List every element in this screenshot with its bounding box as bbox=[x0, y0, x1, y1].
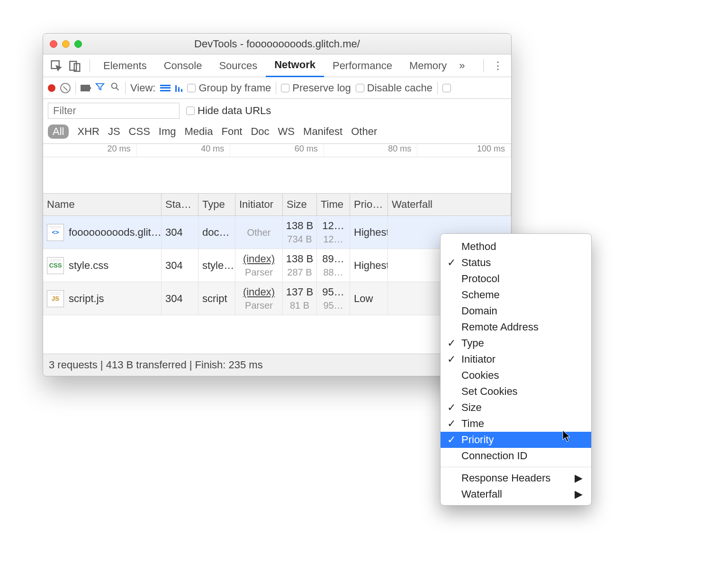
timeline-marks: 20 ms 40 ms 60 ms 80 ms 100 ms bbox=[43, 144, 511, 157]
devtools-tabs: Elements Console Sources Network Perform… bbox=[43, 54, 511, 77]
check-icon: ✓ bbox=[447, 353, 456, 365]
menu-item-size[interactable]: ✓Size bbox=[441, 400, 591, 416]
separator bbox=[125, 82, 126, 94]
cell-name: CSSstyle.css bbox=[43, 249, 162, 282]
cell-status: 304 bbox=[162, 282, 198, 315]
col-status[interactable]: Status bbox=[162, 194, 198, 216]
check-icon: ✓ bbox=[447, 337, 456, 349]
col-name[interactable]: Name bbox=[43, 194, 162, 216]
mouse-cursor-icon bbox=[561, 429, 572, 445]
menu-item-scheme[interactable]: Scheme bbox=[441, 287, 591, 303]
cell-type: doc… bbox=[198, 216, 235, 249]
separator bbox=[437, 82, 438, 94]
check-icon: ✓ bbox=[447, 401, 456, 414]
menu-item-type[interactable]: ✓Type bbox=[441, 335, 591, 351]
record-button[interactable] bbox=[48, 84, 55, 92]
device-toolbar-icon[interactable] bbox=[69, 59, 82, 72]
filter-icon[interactable] bbox=[95, 81, 105, 95]
menu-item-initiator[interactable]: ✓Initiator bbox=[441, 351, 591, 367]
timeline-overview[interactable]: 20 ms 40 ms 60 ms 80 ms 100 ms bbox=[43, 143, 511, 194]
col-initiator[interactable]: Initiator bbox=[235, 194, 283, 216]
cell-size: 138 B734 B bbox=[283, 216, 317, 249]
menu-item-set-cookies[interactable]: Set Cookies bbox=[441, 383, 591, 400]
filter-other[interactable]: Other bbox=[351, 125, 377, 138]
menu-item-method[interactable]: Method bbox=[441, 239, 591, 255]
col-priority[interactable]: Priority bbox=[350, 194, 388, 216]
search-icon[interactable] bbox=[110, 81, 120, 95]
check-icon: ✓ bbox=[447, 257, 456, 269]
cell-initiator: Other bbox=[235, 216, 283, 249]
cell-time: 12…12… bbox=[317, 216, 350, 249]
inspect-element-icon[interactable] bbox=[50, 59, 63, 72]
tab-sources[interactable]: Sources bbox=[210, 54, 266, 77]
network-toolbar: View: Group by frame Preserve log Disabl… bbox=[43, 77, 511, 99]
svg-rect-1 bbox=[70, 61, 76, 70]
filter-css[interactable]: CSS bbox=[129, 125, 150, 138]
waterfall-view-icon[interactable] bbox=[175, 84, 182, 92]
separator bbox=[90, 59, 90, 72]
settings-menu-icon[interactable]: ⋮ bbox=[491, 59, 505, 72]
menu-item-status[interactable]: ✓Status bbox=[441, 255, 591, 271]
file-icon: <> bbox=[47, 224, 64, 241]
col-type[interactable]: Type bbox=[198, 194, 235, 216]
large-rows-icon[interactable] bbox=[160, 85, 171, 91]
cell-priority: Highest bbox=[350, 216, 388, 249]
filter-doc[interactable]: Doc bbox=[251, 125, 269, 138]
filter-media[interactable]: Media bbox=[185, 125, 213, 138]
menu-item-domain[interactable]: Domain bbox=[441, 303, 591, 319]
filter-all[interactable]: All bbox=[48, 125, 69, 139]
disable-cache-checkbox[interactable]: Disable cache bbox=[356, 82, 433, 94]
cell-initiator: (index)Parser bbox=[235, 282, 283, 315]
file-icon: JS bbox=[47, 290, 64, 307]
file-icon: CSS bbox=[47, 257, 64, 274]
window-title: DevTools - fooooooooods.glitch.me/ bbox=[43, 38, 511, 50]
menu-waterfall-sub[interactable]: Waterfall▶ bbox=[441, 486, 591, 502]
more-tabs-icon[interactable]: » bbox=[459, 60, 465, 72]
filter-ws[interactable]: WS bbox=[278, 125, 295, 138]
filter-manifest[interactable]: Manifest bbox=[303, 125, 342, 138]
hide-data-urls-checkbox[interactable]: Hide data URLs bbox=[186, 105, 271, 117]
offline-checkbox[interactable] bbox=[442, 84, 451, 92]
tab-elements[interactable]: Elements bbox=[95, 54, 155, 77]
tab-console[interactable]: Console bbox=[155, 54, 211, 77]
menu-item-connection-id[interactable]: Connection ID bbox=[441, 448, 591, 464]
devtools-window: DevTools - fooooooooods.glitch.me/ Eleme… bbox=[43, 33, 512, 376]
filter-xhr[interactable]: XHR bbox=[77, 125, 99, 138]
filter-input[interactable] bbox=[48, 103, 180, 119]
cell-priority: Low bbox=[350, 282, 388, 315]
col-waterfall[interactable]: Waterfall bbox=[388, 194, 511, 216]
cell-type: style… bbox=[198, 249, 235, 282]
cell-status: 304 bbox=[162, 249, 198, 282]
separator bbox=[276, 82, 276, 94]
col-time[interactable]: Time bbox=[317, 194, 350, 216]
column-context-menu: Method✓StatusProtocolSchemeDomainRemote … bbox=[440, 233, 592, 506]
submenu-arrow-icon: ▶ bbox=[575, 472, 583, 484]
check-icon: ✓ bbox=[447, 418, 456, 430]
menu-item-cookies[interactable]: Cookies bbox=[441, 367, 591, 383]
filter-img[interactable]: Img bbox=[159, 125, 176, 138]
cell-name: JSscript.js bbox=[43, 282, 162, 315]
submenu-arrow-icon: ▶ bbox=[575, 488, 583, 500]
menu-response-headers[interactable]: Response Headers▶ bbox=[441, 470, 591, 486]
clear-button[interactable] bbox=[60, 83, 71, 93]
tab-network[interactable]: Network bbox=[266, 54, 324, 77]
menu-item-remote-address[interactable]: Remote Address bbox=[441, 319, 591, 335]
preserve-log-checkbox[interactable]: Preserve log bbox=[281, 82, 351, 94]
cell-status: 304 bbox=[162, 216, 198, 249]
separator bbox=[483, 59, 484, 72]
cell-size: 138 B287 B bbox=[283, 249, 317, 282]
filter-font[interactable]: Font bbox=[221, 125, 242, 138]
screenshots-icon[interactable] bbox=[81, 85, 90, 91]
cell-time: 89…88… bbox=[317, 249, 350, 282]
filter-js[interactable]: JS bbox=[108, 125, 120, 138]
type-filter-tabs: All XHR JS CSS Img Media Font Doc WS Man… bbox=[43, 123, 511, 143]
cell-initiator: (index)Parser bbox=[235, 249, 283, 282]
col-size[interactable]: Size bbox=[283, 194, 317, 216]
menu-item-protocol[interactable]: Protocol bbox=[441, 271, 591, 287]
separator bbox=[75, 82, 76, 94]
group-by-frame-checkbox[interactable]: Group by frame bbox=[187, 82, 271, 94]
tab-performance[interactable]: Performance bbox=[324, 54, 401, 77]
cell-size: 137 B81 B bbox=[283, 282, 317, 315]
tab-memory[interactable]: Memory bbox=[401, 54, 455, 77]
titlebar: DevTools - fooooooooods.glitch.me/ bbox=[43, 34, 511, 54]
